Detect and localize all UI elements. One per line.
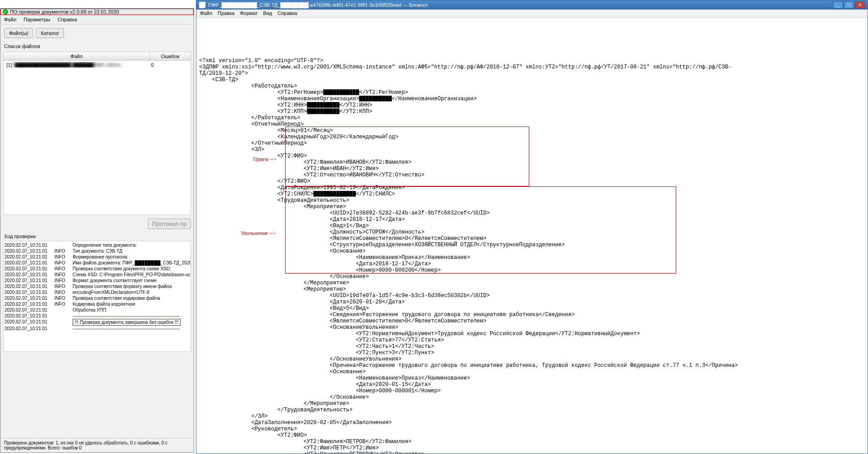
validator-titlebar: ✓ ПО проверки документов v2.0.68 от 22.0… bbox=[0, 9, 194, 15]
col-errors[interactable]: Ошибок bbox=[150, 52, 190, 60]
protocol-button[interactable]: Протокол пр bbox=[148, 219, 191, 229]
col-file[interactable]: Файл bbox=[4, 52, 150, 60]
menu-help[interactable]: Справка bbox=[58, 17, 77, 22]
validator-menubar: Файл Параметры Справка bbox=[0, 15, 194, 24]
np-menu-view[interactable]: Вид bbox=[263, 10, 272, 16]
table-row[interactable]: [1] ████████████████ ██████ИФР_003-0... … bbox=[4, 61, 190, 69]
file-table: Файл Ошибок [1] ████████████████ ██████И… bbox=[3, 52, 191, 215]
notepad-menubar: Файл Правка Формат Вид Справка bbox=[196, 10, 868, 18]
file-list-label: Список файлов bbox=[0, 42, 194, 51]
close-button[interactable]: ✕ bbox=[855, 1, 865, 9]
xml-text: <?xml version="1.0" encoding="UTF-8"?> <… bbox=[199, 58, 865, 454]
errors-cell: 0 bbox=[148, 62, 188, 68]
annotation-priem: Прием --> bbox=[253, 156, 277, 162]
menu-params[interactable]: Параметры bbox=[24, 17, 50, 22]
status-bar: Проверено документов: 1, из них 0 не уда… bbox=[0, 438, 194, 452]
notepad-window: ПФР_██████████_СЗВ-ТД_████████.a47626fb-… bbox=[196, 0, 868, 454]
table-header: Файл Ошибок bbox=[4, 52, 190, 61]
check-icon: ✓ bbox=[3, 9, 8, 15]
log-label: Ход проверки bbox=[0, 232, 194, 241]
notepad-title: ПФР_██████████_СЗВ-ТД_████████.a47626fb-… bbox=[208, 2, 428, 8]
file-cell: [1] ████████████████ ██████ИФР_003-0... bbox=[6, 62, 148, 68]
log-area[interactable]: 2020.02.07_10:21:01Определение типа доку… bbox=[3, 241, 191, 352]
catalog-button[interactable]: Каталог bbox=[36, 28, 64, 38]
files-button[interactable]: Файл(ы) bbox=[4, 28, 33, 38]
np-menu-file[interactable]: Файл bbox=[200, 10, 212, 16]
validator-toolbar: Файл(ы) Каталог bbox=[0, 24, 194, 42]
np-menu-format[interactable]: Формат bbox=[240, 10, 258, 16]
notepad-titlebar: ПФР_██████████_СЗВ-ТД_████████.a47626fb-… bbox=[196, 0, 868, 10]
notepad-content[interactable]: Прием --> Увольнение --> <?xml version="… bbox=[196, 18, 868, 454]
notepad-icon bbox=[199, 2, 205, 8]
annotation-uvol: Увольнение --> bbox=[241, 230, 276, 236]
validator-window: ✓ ПО проверки документов v2.0.68 от 22.0… bbox=[0, 8, 194, 453]
menu-file[interactable]: Файл bbox=[4, 17, 16, 22]
minimize-button[interactable]: _ bbox=[833, 1, 843, 9]
validator-title: ПО проверки документов v2.0.68 от 22.01.… bbox=[10, 9, 119, 15]
window-buttons: _ □ ✕ bbox=[833, 1, 865, 9]
np-menu-edit[interactable]: Правка bbox=[218, 10, 234, 16]
np-menu-help[interactable]: Справка bbox=[278, 10, 297, 16]
maximize-button[interactable]: □ bbox=[844, 1, 854, 9]
